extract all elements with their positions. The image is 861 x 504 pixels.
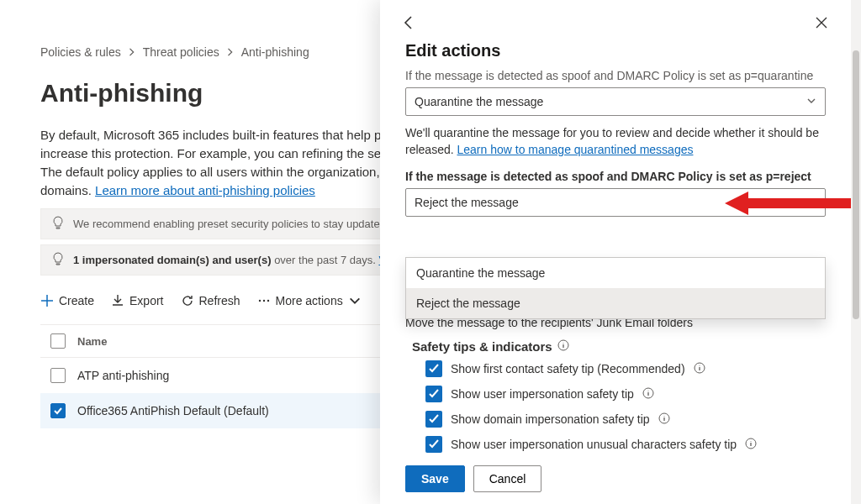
info-icon[interactable] <box>642 387 654 402</box>
breadcrumb-item[interactable]: Policies & rules <box>40 45 121 59</box>
learn-more-link[interactable]: Learn more about anti-phishing policies <box>95 183 315 197</box>
checkbox-label: Show user impersonation unusual characte… <box>451 438 737 451</box>
label-dmarc-quarantine: If the message is detected as spoof and … <box>405 69 826 82</box>
chevron-down-icon <box>348 294 362 307</box>
checkbox-domain-impersonation[interactable] <box>425 411 442 428</box>
column-name: Name <box>77 335 107 348</box>
back-button[interactable] <box>399 12 420 36</box>
close-button[interactable] <box>811 12 832 36</box>
row-name: ATP anti-phishing <box>77 369 169 382</box>
checkbox-label: Show domain impersonation safety tip <box>451 412 650 426</box>
info-icon[interactable] <box>658 412 670 427</box>
dmarc-reject-dropdown: Quarantine the message Reject the messag… <box>405 257 826 319</box>
safety-tip-row: Show user impersonation unusual characte… <box>425 436 826 453</box>
info-icon[interactable] <box>557 339 569 354</box>
chevron-down-icon <box>806 196 816 209</box>
more-actions-button[interactable]: More actions <box>257 294 362 307</box>
more-label: More actions <box>276 294 343 307</box>
edit-actions-panel: Edit actions If the message is detected … <box>380 0 851 504</box>
dmarc-reject-select[interactable]: Reject the message <box>405 188 826 217</box>
svg-point-1 <box>262 300 264 302</box>
info-icon[interactable] <box>694 362 705 376</box>
create-button[interactable]: Create <box>40 294 94 307</box>
checkbox-first-contact[interactable] <box>425 360 442 377</box>
svg-point-2 <box>267 300 268 302</box>
scrollbar[interactable] <box>851 0 861 504</box>
safety-tip-row: Show first contact safety tip (Recommend… <box>425 360 826 377</box>
select-all-checkbox[interactable] <box>50 333 66 349</box>
quarantine-help: We'll quarantine the message for you to … <box>405 124 826 158</box>
row-checkbox[interactable] <box>50 403 66 418</box>
breadcrumb-item[interactable]: Threat policies <box>143 45 219 59</box>
row-checkbox[interactable] <box>50 368 66 383</box>
manage-quarantine-link[interactable]: Learn how to manage quarantined messages <box>457 143 693 156</box>
info-icon[interactable] <box>745 438 757 452</box>
safety-tip-row: Show user impersonation safety tip <box>425 386 826 402</box>
checkbox-label: Show user impersonation safety tip <box>451 387 634 401</box>
chevron-down-icon <box>806 95 816 108</box>
select-value: Reject the message <box>415 196 519 209</box>
recommendation-text: We recommend enabling preset security po… <box>73 218 409 230</box>
refresh-label: Refresh <box>199 294 240 307</box>
dropdown-option-reject[interactable]: Reject the message <box>406 288 825 318</box>
lightbulb-icon <box>51 216 65 232</box>
chevron-right-icon <box>226 45 235 59</box>
safety-tips-label: Safety tips & indicators <box>412 339 552 354</box>
impersonation-count: 1 impersonated domain(s) and user(s) <box>73 254 272 266</box>
refresh-button[interactable]: Refresh <box>181 294 240 307</box>
select-value: Quarantine the message <box>415 95 543 108</box>
create-label: Create <box>59 294 94 307</box>
chevron-right-icon <box>128 45 136 59</box>
row-name: Office365 AntiPhish Default (Default) <box>77 404 269 417</box>
export-label: Export <box>129 294 163 307</box>
panel-title: Edit actions <box>380 36 851 69</box>
svg-point-0 <box>258 300 260 302</box>
save-button[interactable]: Save <box>405 465 465 492</box>
breadcrumb-item[interactable]: Anti-phishing <box>241 45 309 59</box>
checkbox-unusual-characters[interactable] <box>425 436 442 453</box>
dmarc-quarantine-select[interactable]: Quarantine the message <box>405 87 826 116</box>
safety-tip-row: Show domain impersonation safety tip <box>425 411 826 428</box>
label-dmarc-reject: If the message is detected as spoof and … <box>405 170 826 183</box>
impersonation-rest: over the past 7 days. <box>274 254 378 266</box>
safety-tips-header: Safety tips & indicators <box>412 339 826 354</box>
checkbox-label: Show first contact safety tip (Recommend… <box>451 362 685 375</box>
export-button[interactable]: Export <box>111 294 163 307</box>
checkbox-user-impersonation[interactable] <box>425 386 442 402</box>
scrollbar-thumb[interactable] <box>853 50 859 319</box>
lightbulb-icon <box>51 252 65 268</box>
dropdown-option-quarantine[interactable]: Quarantine the message <box>406 258 825 288</box>
cancel-button[interactable]: Cancel <box>473 465 542 492</box>
